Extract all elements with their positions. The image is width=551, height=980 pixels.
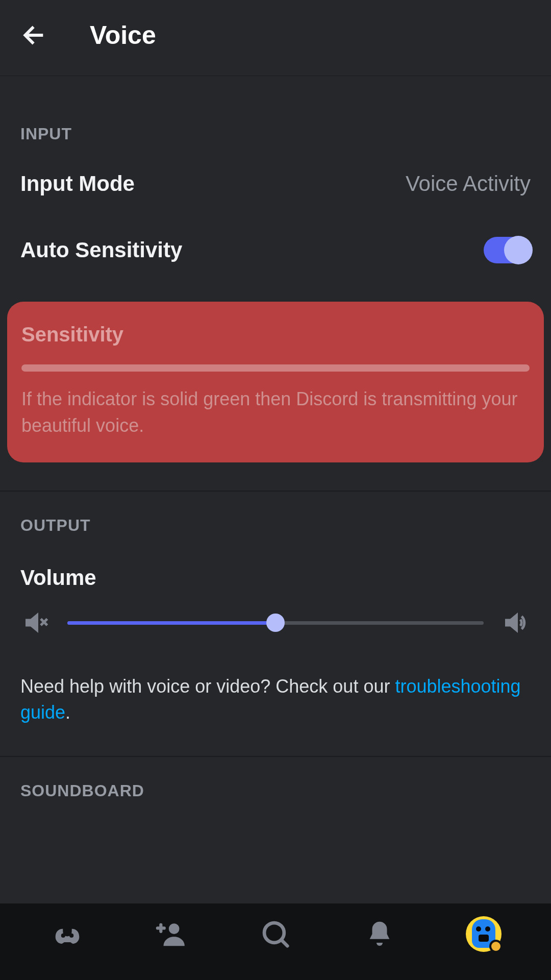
slider-fill	[67, 621, 276, 625]
avatar	[466, 916, 502, 952]
discord-icon	[49, 916, 85, 952]
auto-sensitivity-label: Auto Sensitivity	[20, 238, 182, 262]
section-header-soundboard: SOUNDBOARD	[0, 757, 551, 800]
nav-home[interactable]	[49, 916, 86, 952]
slider-thumb[interactable]	[266, 614, 285, 632]
nav-profile[interactable]	[465, 916, 502, 952]
bottom-nav	[0, 903, 551, 980]
nav-search[interactable]	[257, 916, 294, 952]
input-mode-value: Voice Activity	[406, 172, 531, 196]
section-header-input: INPUT	[0, 76, 551, 143]
volume-block: Volume	[0, 535, 551, 638]
auto-sensitivity-toggle[interactable]	[484, 237, 531, 263]
volume-slider[interactable]	[67, 612, 484, 633]
volume-label: Volume	[20, 566, 531, 590]
toggle-knob	[504, 236, 533, 264]
sensitivity-title: Sensitivity	[21, 323, 530, 346]
sensitivity-description: If the indicator is solid green then Dis…	[21, 386, 530, 439]
back-icon[interactable]	[20, 21, 49, 50]
volume-high-icon	[500, 607, 531, 638]
help-suffix: .	[65, 702, 70, 723]
volume-row	[20, 607, 531, 638]
header-bar: Voice	[0, 0, 551, 76]
help-text: Need help with voice or video? Check out…	[0, 638, 551, 746]
sensitivity-panel: Sensitivity If the indicator is solid gr…	[7, 302, 544, 462]
status-idle-icon	[489, 940, 503, 953]
help-prefix: Need help with voice or video? Check out…	[20, 676, 395, 697]
page-title: Voice	[90, 20, 156, 50]
svg-point-0	[61, 934, 65, 938]
volume-mute-icon	[20, 607, 51, 638]
input-mode-label: Input Mode	[20, 172, 135, 196]
svg-point-2	[169, 923, 180, 934]
input-mode-row[interactable]: Input Mode Voice Activity	[0, 143, 551, 224]
sensitivity-indicator[interactable]	[21, 364, 530, 372]
auto-sensitivity-row: Auto Sensitivity	[0, 224, 551, 291]
content: INPUT Input Mode Voice Activity Auto Sen…	[0, 76, 551, 800]
nav-friends[interactable]	[153, 916, 190, 952]
friends-icon	[156, 918, 187, 950]
svg-point-1	[69, 934, 73, 938]
search-icon	[260, 918, 291, 950]
section-header-output: OUTPUT	[0, 492, 551, 535]
nav-notifications[interactable]	[361, 916, 398, 952]
bell-icon	[365, 919, 394, 949]
